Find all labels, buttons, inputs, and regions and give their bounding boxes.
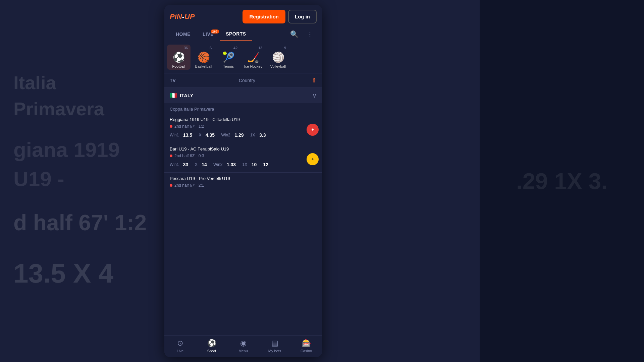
basketball-count: 6 [208,46,213,50]
match-teams: Bari U19 - AC FeralpiSalo U19 [170,146,317,152]
live-dot [170,155,172,157]
football-label: Football [172,64,185,68]
odd-sep [247,133,248,137]
casino-nav-label: Casino [301,349,312,353]
logo: PiN - UP [170,12,195,21]
match-period: 2nd half 63' 0:3 [174,154,204,158]
odd-value[interactable]: 1.03 [227,162,236,167]
more-count: + [311,127,314,132]
tab-sports[interactable]: SPORTS [220,28,252,41]
sports-scroll: 36 ⚽ Football 6 🏀 Basketball 42 🎾 Tennis… [164,41,322,73]
odd-label: 1X [243,162,248,167]
match-period: 2nd half 67' 1:2 [174,124,204,129]
odd-sep [191,162,192,167]
icehockey-label: Ice Hockey [244,64,262,68]
filter-tv[interactable]: TV [170,78,176,83]
menu-nav-icon: ◉ [240,339,247,348]
header: PiN - UP Registration Log in HOME LIVE 2… [164,5,322,41]
country-chevron-icon: ∨ [312,92,317,99]
bets-nav-icon: ▤ [271,339,278,348]
bets-nav-label: My bets [268,349,281,353]
live-nav-label: Live [177,349,183,353]
odd-value[interactable]: 10 [252,162,257,167]
match-status: 2nd half 67' 2:1 [170,183,317,188]
volleyball-count: 9 [282,46,288,50]
menu-nav-label: Menu [238,349,248,353]
odd-label: 1X [250,133,255,137]
more-icon[interactable]: ⋮ [305,27,315,41]
content: 🇮🇹 ITALY ∨ Coppa Italia Primavera Reggia… [164,88,322,335]
odd-sep [195,133,196,137]
sport-item-basketball[interactable]: 6 🏀 Basketball [192,45,215,70]
odd-sep [210,162,211,167]
match-period: 2nd half 67' 2:1 [174,183,204,188]
sport-item-icehockey[interactable]: 13 🏒 Ice Hockey [241,45,265,70]
football-count: 36 [183,46,189,50]
nav-tabs: HOME LIVE 267 SPORTS 🔍 ⋮ [170,27,317,41]
bottom-nav: ⊙ Live ⚽ Sport ◉ Menu ▤ My bets 🎰 Casino [164,335,322,357]
bottom-nav-mybets[interactable]: ▤ My bets [259,338,290,354]
sport-item-football[interactable]: 36 ⚽ Football [167,45,191,70]
filter-row: TV Country ⇑ [164,73,322,88]
match-teams: Reggiana 1919 U19 - Cittadella U19 [170,117,317,122]
odd-value[interactable]: 33 [183,162,189,167]
odd-sep [238,162,239,167]
odd-value[interactable]: 4.35 [206,132,215,138]
volleyball-label: Volleyball [270,64,286,68]
filter-country[interactable]: Country [182,78,312,83]
bottom-nav-live[interactable]: ⊙ Live [164,338,196,354]
bottom-nav-casino[interactable]: 🎰 Casino [290,338,322,354]
odd-value[interactable]: 12 [263,162,269,167]
odd-value[interactable]: 14 [202,162,207,167]
bottom-nav-sport[interactable]: ⚽ Sport [196,338,227,354]
search-icon[interactable]: 🔍 [288,27,301,41]
italy-name: ITALY [180,93,312,98]
match-status: 2nd half 63' 0:3 [170,154,317,158]
live-dot [170,184,172,187]
league-name: Coppa Italia Primavera [164,103,322,114]
sport-item-volleyball[interactable]: 9 🏐 Volleyball [266,45,290,70]
more-count: + [311,157,314,162]
sort-arrows-icon[interactable]: ⇑ [312,77,317,84]
bottom-nav-menu[interactable]: ◉ Menu [227,338,259,354]
nav-icons: 🔍 ⋮ [288,27,317,41]
tennis-count: 42 [233,46,238,50]
football-icon: ⚽ [173,51,185,63]
registration-button[interactable]: Registration [243,10,285,23]
tab-live[interactable]: LIVE 267 [197,28,220,40]
sport-item-tennis[interactable]: 42 🎾 Tennis [217,45,240,70]
basketball-label: Basketball [195,64,212,68]
odd-value[interactable]: 1.29 [234,132,244,138]
odd-value[interactable]: 3.3 [259,132,266,138]
live-dot [170,125,172,128]
odd-value[interactable]: 13.5 [183,132,192,138]
match-more-button[interactable]: + [307,153,319,165]
tennis-label: Tennis [223,64,234,68]
odd-label: Win2 [221,133,230,137]
icehockey-icon: 🏒 [247,51,260,63]
odd-label: Win2 [213,162,222,167]
sport-nav-label: Sport [207,349,216,353]
live-badge: 267 [211,29,219,34]
match-item: Pescara U19 - Pro Vercelli U19 2nd half … [164,173,322,194]
odd-sep [217,133,218,137]
tennis-icon: 🎾 [222,51,235,63]
match-more-button[interactable]: + [307,124,319,136]
country-header-italy[interactable]: 🇮🇹 ITALY ∨ [164,88,322,103]
casino-nav-icon: 🎰 [302,339,311,348]
country-section-italy: 🇮🇹 ITALY ∨ Coppa Italia Primavera Reggia… [164,88,322,194]
app-container: PiN - UP Registration Log in HOME LIVE 2… [164,5,322,357]
live-nav-icon: ⊙ [177,339,183,348]
sport-nav-icon: ⚽ [207,339,216,348]
odd-label: X [199,133,201,137]
header-top: PiN - UP Registration Log in [170,10,317,23]
tab-home[interactable]: HOME [170,28,197,40]
volleyball-icon: 🏐 [272,51,284,63]
match-teams: Pescara U19 - Pro Vercelli U19 [170,176,317,181]
header-buttons: Registration Log in [243,10,317,23]
login-button[interactable]: Log in [288,10,317,23]
odd-label: Win1 [170,133,179,137]
match-item: Bari U19 - AC FeralpiSalo U19 2nd half 6… [164,143,322,173]
odd-label: X [195,162,198,167]
odd-sep [259,162,260,167]
